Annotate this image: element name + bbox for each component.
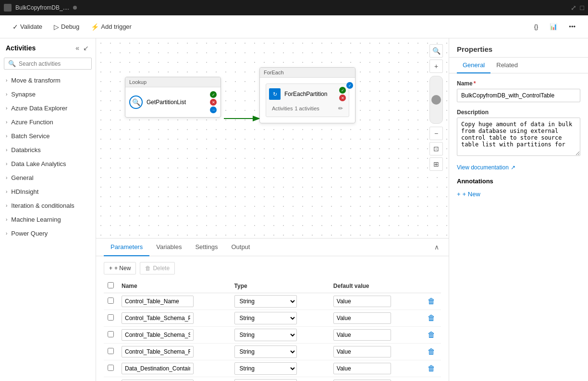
debug-icon: ▷ [54, 23, 59, 31]
param-value-input[interactable] [333, 312, 391, 324]
tab-general[interactable]: General [457, 58, 490, 73]
foreach-node[interactable]: ForEach ↻ ForEachPartition ✓ ✕ Activi [259, 67, 355, 123]
param-type-select[interactable]: String [234, 312, 297, 324]
delete-row-button[interactable]: 🗑 [426, 296, 437, 307]
bottom-tabs: Parameters Variables Settings Output ∧ [96, 238, 449, 256]
sidebar-item-move-transform[interactable]: › Move & transform [0, 73, 96, 87]
sidebar-item-iteration-conditionals[interactable]: › Iteration & conditionals [0, 199, 96, 213]
sidebar-item-azure-function[interactable]: › Azure Function [0, 115, 96, 129]
sidebar-item-hdinsight[interactable]: › HDInsight [0, 185, 96, 199]
sidebar-item-general[interactable]: › General [0, 171, 96, 185]
validate-icon: ✓ [12, 23, 18, 31]
col-name: Name [118, 279, 231, 293]
more-button[interactable]: ••• [564, 20, 580, 33]
search-canvas-button[interactable]: 🔍 [429, 44, 443, 58]
row-checkbox[interactable] [108, 298, 114, 304]
param-value-input[interactable] [333, 346, 391, 357]
param-type-select[interactable]: String [234, 345, 297, 358]
param-name-input[interactable] [122, 329, 194, 341]
view-documentation-link[interactable]: View documentation ↗ [457, 164, 580, 171]
debug-button[interactable]: ▷ Debug [49, 20, 84, 34]
param-value-input[interactable] [333, 329, 391, 341]
delete-row-button[interactable]: 🗑 [426, 313, 437, 323]
search-input[interactable] [19, 60, 91, 67]
lookup-node[interactable]: Lookup 🔍 GetPartitionList ✓ ✕ → [125, 77, 221, 118]
param-type-select[interactable]: String [234, 329, 297, 341]
sidebar-item-power-query[interactable]: › Power Query [0, 226, 96, 240]
param-value-input[interactable] [333, 363, 391, 374]
pin-icon[interactable]: ↙ [82, 43, 90, 53]
chevron-right-icon: › [6, 203, 7, 208]
name-label: Name * [457, 80, 580, 87]
monitor-icon: 📊 [550, 23, 557, 30]
chevron-right-icon: › [6, 92, 7, 97]
add-trigger-button[interactable]: ⚡ Add trigger [86, 20, 136, 34]
monitor-button[interactable]: 📊 [545, 20, 562, 33]
chevron-right-icon: › [6, 147, 7, 153]
status-check-icon: ✓ [210, 91, 217, 98]
add-annotation-button[interactable]: + + New [457, 189, 480, 200]
param-name-input[interactable] [122, 296, 194, 307]
collapse-bottom-button[interactable]: ∧ [432, 241, 441, 253]
param-type-select[interactable]: String [234, 362, 297, 375]
chevron-right-icon: › [6, 189, 7, 194]
sidebar-item-databricks[interactable]: › Databricks [0, 143, 96, 157]
edit-icon[interactable]: ✏ [338, 105, 343, 112]
sidebar-item-batch-service[interactable]: › Batch Service [0, 129, 96, 143]
chevron-right-icon: › [6, 106, 7, 111]
lookup-node-header: Lookup [125, 77, 220, 87]
param-name-input[interactable] [122, 312, 194, 324]
new-param-button[interactable]: + + New [104, 262, 136, 274]
sidebar-header: Activities « ↙ [0, 38, 96, 56]
properties-tabs: General Related [449, 58, 588, 73]
param-type-select[interactable]: String [234, 295, 297, 308]
row-checkbox[interactable] [108, 348, 114, 354]
zoom-out-button[interactable]: − [429, 127, 443, 140]
validate-button[interactable]: ✓ Validate [8, 20, 47, 34]
row-checkbox[interactable] [108, 365, 114, 371]
param-value-input[interactable] [333, 296, 391, 307]
select-all-checkbox[interactable] [108, 282, 114, 288]
tab-output[interactable]: Output [224, 238, 257, 256]
chevron-right-icon: › [6, 133, 7, 139]
collapse-icon[interactable]: « [74, 43, 80, 53]
row-checkbox[interactable] [108, 314, 114, 321]
grid-button[interactable]: ⊞ [429, 157, 443, 171]
maximize-icon[interactable]: □ [580, 4, 584, 12]
sidebar-item-data-lake-analytics[interactable]: › Data Lake Analytics [0, 157, 96, 171]
table-row: String 🗑 [104, 377, 441, 381]
status-skip-icon: → [210, 107, 217, 113]
canvas[interactable]: Lookup 🔍 GetPartitionList ✓ ✕ → ForEach [96, 38, 449, 238]
sidebar-item-synapse[interactable]: › Synapse [0, 87, 96, 101]
param-name-input[interactable] [122, 363, 194, 374]
required-star: * [474, 80, 476, 87]
chevron-right-icon: › [6, 119, 7, 125]
toolbar: ✓ Validate ▷ Debug ⚡ Add trigger {} 📊 ••… [0, 15, 588, 38]
code-button[interactable]: {} [529, 20, 543, 33]
param-type-select[interactable]: String [234, 379, 297, 381]
tab-parameters[interactable]: Parameters [104, 238, 149, 256]
lookup-icon: 🔍 [129, 95, 143, 109]
activities-label: Activities [272, 106, 293, 111]
resize-icon[interactable]: ⤢ [571, 4, 576, 12]
sidebar-item-machine-learning[interactable]: › Machine Learning [0, 213, 96, 226]
row-checkbox[interactable] [108, 331, 114, 337]
zoom-in-button[interactable]: + [429, 60, 443, 73]
sidebar-item-azure-data-explorer[interactable]: › Azure Data Explorer [0, 101, 96, 115]
tab-variables[interactable]: Variables [149, 238, 188, 256]
fit-view-button[interactable]: ⊡ [429, 142, 443, 155]
search-box: 🔍 [4, 58, 92, 70]
col-type: Type [231, 279, 330, 293]
sidebar-controls: « ↙ [74, 43, 90, 53]
tab-settings[interactable]: Settings [188, 238, 224, 256]
plus-icon: + [457, 190, 461, 198]
delete-row-button[interactable]: 🗑 [426, 346, 437, 357]
tab-related[interactable]: Related [490, 58, 524, 73]
param-name-input[interactable] [122, 346, 194, 357]
name-input[interactable] [457, 89, 580, 102]
description-textarea[interactable]: Copy huge amount of data in bulk from da… [457, 118, 580, 156]
delete-row-button[interactable]: 🗑 [426, 363, 437, 374]
delete-param-button[interactable]: 🗑 Delete [140, 262, 175, 274]
delete-row-button[interactable]: 🗑 [426, 330, 437, 340]
status-x-icon: ✕ [339, 95, 346, 101]
